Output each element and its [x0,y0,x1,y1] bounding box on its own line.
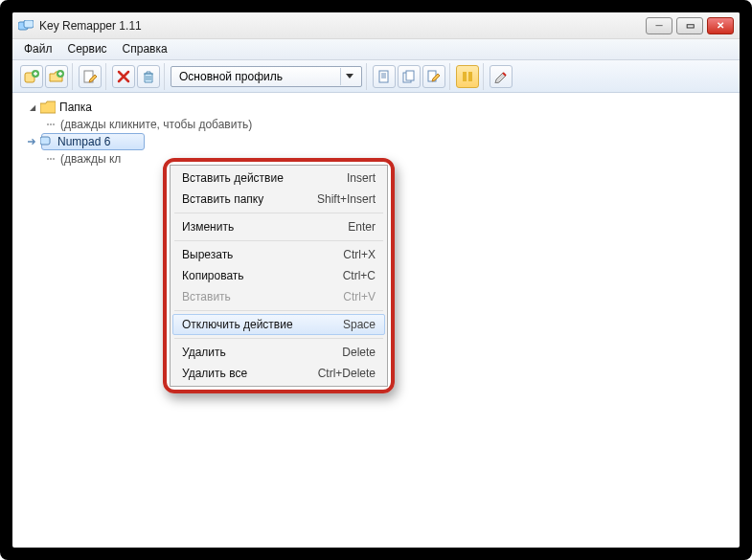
dotted-expander-icon [45,119,57,130]
maximize-button[interactable]: ▭ [676,17,703,34]
context-menu-item-label: Удалить [182,346,226,359]
tree-folder-hint: (дважды кликните, чтобы добавить) [60,118,252,131]
chevron-down-icon [340,68,357,85]
tree-item-hint: (дважды кл [60,152,121,166]
dotted-expander-icon [45,153,57,165]
titlebar: Key Remapper 1.11 ─ ▭ ✕ [12,12,740,39]
context-menu-item-label: Отключить действие [182,318,293,331]
context-menu-item-shortcut: Ctrl+Delete [318,367,376,380]
context-menu-item-shortcut: Delete [342,346,376,359]
context-menu-item-label: Вставить действие [182,171,284,185]
tree-folder-label: Папка [59,101,92,114]
key-icon [40,135,54,148]
app-icon [18,20,34,32]
svg-point-17 [50,158,52,160]
svg-point-13 [50,123,52,125]
arrow-icon [28,138,36,146]
svg-rect-15 [40,137,50,145]
context-menu-item-label: Удалить все [182,367,247,380]
tree-folder-hint-row[interactable]: (дважды кликните, чтобы добавить) [22,116,730,133]
minimize-button[interactable]: ─ [646,17,672,34]
context-menu-item-shortcut: Enter [348,220,376,234]
profile-select[interactable]: Основной профиль [171,66,362,87]
new-profile-button[interactable] [373,65,396,88]
svg-point-16 [47,158,49,160]
context-menu-item-label: Копировать [182,269,244,282]
context-menu-item[interactable]: Вставить папкуShift+Insert [172,189,385,210]
tree-item-row[interactable]: Numpad 6 [22,133,730,150]
collapse-icon[interactable]: ◢ [28,103,36,112]
context-menu-item-shortcut: Shift+Insert [317,192,376,206]
context-menu-item[interactable]: Удалить всеCtrl+Delete [172,363,385,384]
tree-folder-row[interactable]: ◢ Папка [22,99,730,116]
context-menu-item-label: Вырезать [182,248,233,261]
context-menu-item-label: Изменить [182,220,234,234]
settings-button[interactable] [490,65,513,88]
svg-rect-11 [468,72,472,81]
profile-selected-label: Основной профиль [179,70,283,83]
add-folder-button[interactable] [45,65,68,88]
context-menu-item[interactable]: КопироватьCtrl+C [172,265,385,286]
context-menu-item-shortcut: Ctrl+C [343,269,376,282]
context-menu-item[interactable]: Вставить действиеInsert [172,168,385,189]
delete-all-button[interactable] [137,65,160,88]
folder-icon [40,101,56,114]
menu-help[interactable]: Справка [115,39,175,59]
edit-button[interactable] [79,65,102,88]
pause-button[interactable] [456,65,479,88]
context-menu-item-shortcut: Insert [347,171,376,185]
context-menu-separator [174,338,383,339]
svg-rect-6 [379,71,388,82]
delete-button[interactable] [112,65,135,88]
context-menu-item[interactable]: Отключить действиеSpace [172,314,385,335]
svg-point-18 [53,158,55,160]
context-menu: Вставить действиеInsertВставить папкуShi… [170,165,388,387]
context-menu-highlight: Вставить действиеInsertВставить папкуShi… [163,158,395,393]
context-menu-item-shortcut: Ctrl+X [343,248,376,261]
edit-profile-button[interactable] [422,65,445,88]
close-button[interactable]: ✕ [707,17,734,34]
context-menu-item-shortcut: Ctrl+V [343,290,376,303]
context-menu-item-shortcut: Space [343,318,376,331]
context-menu-separator [174,310,383,311]
context-menu-separator [174,240,383,241]
window-title: Key Remapper 1.11 [39,19,142,33]
tree-item-label: Numpad 6 [57,135,110,148]
svg-rect-8 [406,71,414,80]
add-action-button[interactable] [20,65,43,88]
context-menu-item-label: Вставить [182,290,231,303]
svg-rect-1 [24,20,34,28]
context-menu-item[interactable]: УдалитьDelete [172,342,385,363]
svg-point-14 [53,123,55,125]
context-menu-separator [174,213,383,213]
context-menu-item[interactable]: ИзменитьEnter [172,216,385,237]
svg-point-12 [47,123,49,125]
copy-profile-button[interactable] [398,65,421,88]
context-menu-item: ВставитьCtrl+V [172,286,385,307]
svg-rect-10 [463,72,467,81]
toolbar: Основной профиль [12,60,740,93]
menu-file[interactable]: Файл [16,39,60,59]
context-menu-item-label: Вставить папку [182,192,263,206]
context-menu-item[interactable]: ВырезатьCtrl+X [172,244,385,265]
menu-service[interactable]: Сервис [60,39,115,59]
menubar: Файл Сервис Справка [12,39,740,60]
